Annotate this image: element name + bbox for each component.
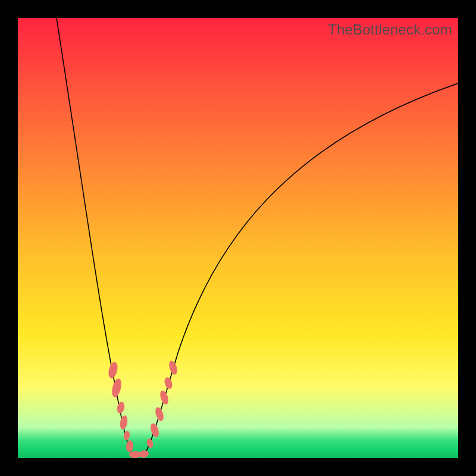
curve-marker [139,450,149,459]
curve-marker [107,361,119,380]
curve-marker [129,451,141,458]
curve-marker [146,438,154,449]
curve-marker [119,415,129,430]
chart-plot-area: TheBottleneck.com [18,18,458,458]
curve-marker [159,390,170,406]
chart-svg [18,18,458,458]
curve-marker [154,406,165,422]
curve-marker [126,440,134,452]
curve-marker [116,401,126,414]
curve-marker [168,360,179,376]
curve-marker [163,377,174,390]
curve-marker [149,422,161,439]
marker-group [107,360,179,459]
curve-marker [110,378,123,398]
